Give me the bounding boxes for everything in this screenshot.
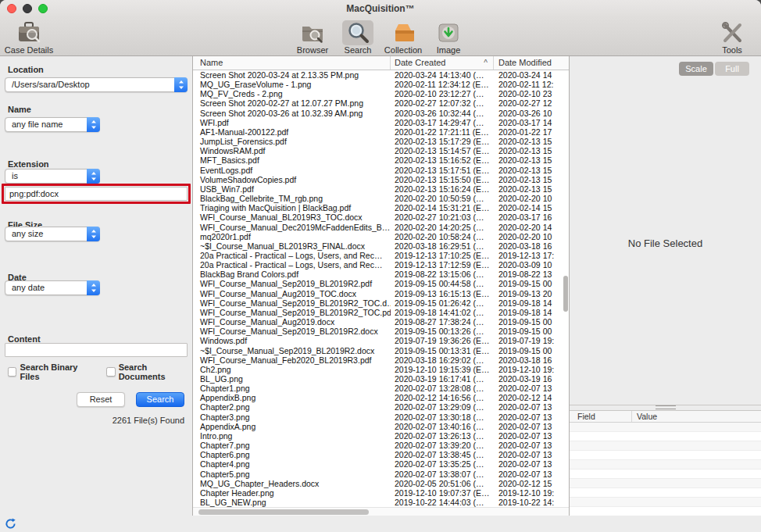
toolbar-browser[interactable]: Browser [290, 20, 335, 55]
table-row[interactable]: Screen Shot 2020-03-26 at 10.32.39 AM.pn… [193, 109, 569, 118]
table-row[interactable]: mq2020r1.pdf 2020-02-20 10:58:24 (… 2020… [193, 232, 569, 241]
date-modified-cell: 2020-02-13 15 [494, 184, 569, 194]
table-row[interactable]: Screen Shot 2020-02-27 at 12.07.27 PM.pn… [193, 98, 569, 108]
table-row[interactable]: WindowsRAM.pdf 2020-02-13 15:14:57 (E… 2… [193, 146, 569, 155]
date-created-cell: 2020-02-05 20:51:06 (… [391, 479, 494, 488]
table-row[interactable]: MQ_UG_Chapter_Headers.docx 2020-02-05 20… [193, 479, 569, 488]
table-row[interactable]: AppendixA.png 2020-02-07 13:40:16 (… 202… [193, 422, 569, 431]
table-row[interactable]: Chapter5.png 2020-02-07 13:38:07 (… 2020… [193, 470, 569, 479]
close-button[interactable] [7, 4, 16, 13]
extension-value-input[interactable] [5, 187, 188, 201]
column-header-date-created[interactable]: Date Created ^ [391, 56, 494, 70]
date-select[interactable]: any date [5, 280, 100, 295]
table-row[interactable]: Ch2.png 2019-12-10 19:15:39 (E… 2019-12-… [193, 365, 569, 374]
table-row[interactable]: WFI_Course_Manual_Aug2019_TOC.docx 2019-… [193, 289, 569, 298]
table-row[interactable]: WFI_Course_Manual_Sep2019_BL2019R2_TOC.p… [193, 308, 569, 317]
table-row[interactable]: 20a Practical - Practical – Logs, Users,… [193, 251, 569, 260]
search-binary-files-option[interactable]: Search Binary Files [8, 362, 95, 381]
table-row[interactable]: 20a Practical - Practical – Logs, Users,… [193, 260, 569, 270]
table-row[interactable]: JumpList_Forensics.pdf 2020-02-13 15:17:… [193, 137, 569, 146]
date-created-cell: 2019-09-18 14:41:02 (… [391, 308, 494, 317]
table-row[interactable]: MQ_FV_Creds - 2.png 2020-02-10 23:12:27 … [193, 89, 569, 98]
table-row[interactable]: ~$I_Course_Manual_BL2019R3_FINAL.docx 20… [193, 241, 569, 251]
table-row[interactable]: Chapter7.png 2020-02-07 13:39:20 (… 2020… [193, 441, 569, 450]
date-created-cell: 2020-02-27 12:07:32 (… [391, 98, 494, 108]
table-row[interactable]: WFI_Course_Manual_Sep2019_BL2019R2_TOC.d… [193, 298, 569, 308]
search-documents-option[interactable]: Search Documents [106, 362, 192, 381]
column-header-date-modified[interactable]: Date Modified [494, 56, 569, 70]
content-search-input[interactable] [5, 343, 188, 357]
table-row[interactable]: WFI_Course_Manual_Feb2020_BL2019R3.pdf 2… [193, 355, 569, 365]
scale-button[interactable]: Scale [679, 62, 713, 76]
date-modified-cell: 2020-03-19 16 [494, 374, 569, 384]
table-row[interactable]: MQ_UG_EraseVolume - 1.png 2020-02-11 12:… [193, 80, 569, 89]
table-row[interactable]: WFI_Course_Manual_BL2019R3_TOC.docx 2020… [193, 212, 569, 222]
minimize-button[interactable] [23, 4, 32, 13]
table-row[interactable]: Chapter6.png 2020-02-07 13:38:45 (… 2020… [193, 450, 569, 459]
reset-button[interactable]: Reset [77, 392, 125, 407]
date-modified-cell: 2020-03-09 10 [494, 260, 569, 270]
column-header-name[interactable]: Name [193, 56, 391, 70]
date-created-cell: 2020-02-07 13:39:20 (… [391, 441, 494, 450]
pane-splitter[interactable] [570, 405, 761, 410]
table-row[interactable]: Chapter4.png 2020-02-07 13:35:25 (… 2020… [193, 459, 569, 469]
table-row[interactable]: Chapter2.png 2020-02-07 13:29:09 (… 2020… [193, 402, 569, 412]
table-row[interactable]: WFI.pdf 2020-03-17 14:29:47 (… 2020-03-1… [193, 118, 569, 127]
file-size-select[interactable]: any size [5, 227, 100, 241]
date-created-cell: 2019-08-22 13:15:06 (… [391, 270, 494, 279]
table-row[interactable]: EventLogs.pdf 2020-02-13 15:17:51 (E… 20… [193, 166, 569, 175]
detail-row [570, 432, 761, 441]
table-row[interactable]: BlackBag Brand Colors.pdf 2019-08-22 13:… [193, 270, 569, 279]
table-row[interactable]: Intro.png 2020-02-07 13:26:13 (… 2020-02… [193, 431, 569, 441]
toolbar-image[interactable]: Image [426, 20, 471, 55]
name-filter-select[interactable]: any file name [5, 117, 100, 132]
table-row[interactable]: Windows.pdf 2019-07-19 19:36:26 (E… 2019… [193, 336, 569, 345]
table-row[interactable]: WFI_Course_Manual_Dec2019McFaddenEdits_B… [193, 223, 569, 232]
vertical-scrollbar-handle[interactable] [563, 276, 568, 312]
search-documents-checkbox[interactable] [106, 367, 115, 377]
table-row[interactable]: Screen Shot 2020-03-24 at 2.13.35 PM.png… [193, 70, 569, 80]
table-row[interactable]: WFI_Course_Manual_Sep2019_BL2019R2.pdf 2… [193, 279, 569, 288]
table-row[interactable]: WFI_Course_Manual_Sep2019_BL2019R2.docx … [193, 327, 569, 336]
date-modified-cell: 2020-02-14 15 [494, 203, 569, 212]
search-button[interactable]: Search [136, 392, 184, 407]
date-modified-cell: 2020-02-27 12 [494, 98, 569, 108]
table-row[interactable]: WFI_Course_Manual_Aug2019.docx 2019-08-2… [193, 317, 569, 327]
search-binary-files-checkbox[interactable] [8, 367, 16, 377]
table-row[interactable]: Chapter Header.png 2019-12-10 19:07:37 (… [193, 488, 569, 498]
table-row[interactable]: AF1-Manual-200122.pdf 2020-01-22 17:21:1… [193, 127, 569, 137]
date-created-cell: 2020-02-20 10:58:24 (… [391, 232, 494, 241]
toolbar-search[interactable]: Search [335, 20, 380, 55]
horizontal-scrollbar-handle[interactable] [198, 509, 369, 515]
extension-operator-select[interactable]: is [5, 169, 100, 184]
horizontal-scrollbar[interactable] [193, 507, 569, 516]
zoom-button[interactable] [38, 4, 48, 13]
file-name-cell: ~$I_Course_Manual_Sep2019_BL2019R2.docx [193, 346, 391, 355]
file-name-cell: JumpList_Forensics.pdf [193, 137, 391, 146]
column-header-value[interactable]: Value [632, 411, 761, 422]
table-row[interactable]: VolumeShadowCopies.pdf 2020-02-13 15:15:… [193, 175, 569, 184]
image-icon [433, 20, 464, 45]
table-row[interactable]: MFT_Basics.pdf 2020-02-13 15:16:52 (E… 2… [193, 155, 569, 165]
full-button[interactable]: Full [715, 62, 749, 76]
table-row[interactable]: Chapter1.png 2020-02-07 13:28:08 (… 2020… [193, 384, 569, 393]
table-row[interactable]: USB_Win7.pdf 2020-02-13 15:16:24 (E… 202… [193, 184, 569, 194]
table-row[interactable]: Triaging with MacQuisition | BlackBag.pd… [193, 203, 569, 212]
table-row[interactable]: BL_UG.png 2020-03-19 16:17:41 (… 2020-03… [193, 374, 569, 384]
file-name-cell: Chapter Header.png [193, 488, 391, 498]
table-row[interactable]: BlackBag_Cellebrite_TM_rgb.png 2020-02-2… [193, 194, 569, 203]
toolbar-tools[interactable]: Tools [709, 20, 755, 55]
table-row[interactable]: AppendixB.png 2020-02-12 14:16:56 (… 202… [193, 393, 569, 402]
popup-stepper-icon [174, 77, 188, 92]
location-select[interactable]: /Users/sara/Desktop [5, 77, 188, 92]
date-created-cell: 2020-02-13 15:16:24 (E… [391, 184, 494, 194]
refresh-icon[interactable] [5, 518, 16, 530]
table-row[interactable]: Chapter3.png 2020-02-07 13:30:18 (… 2020… [193, 412, 569, 422]
file-name-cell: Screen Shot 2020-03-26 at 10.32.39 AM.pn… [193, 109, 391, 118]
date-created-cell: 2020-02-07 13:38:45 (… [391, 450, 494, 459]
table-row[interactable]: ~$I_Course_Manual_Sep2019_BL2019R2.docx … [193, 346, 569, 355]
column-header-field[interactable]: Field [570, 411, 632, 422]
toolbar-collection[interactable]: Collection [380, 20, 426, 55]
date-modified-cell: 2020-02-07 13 [494, 450, 569, 459]
table-row[interactable]: BL_UG_NEW.png 2019-10-22 14:44:03 (… 201… [193, 498, 569, 507]
